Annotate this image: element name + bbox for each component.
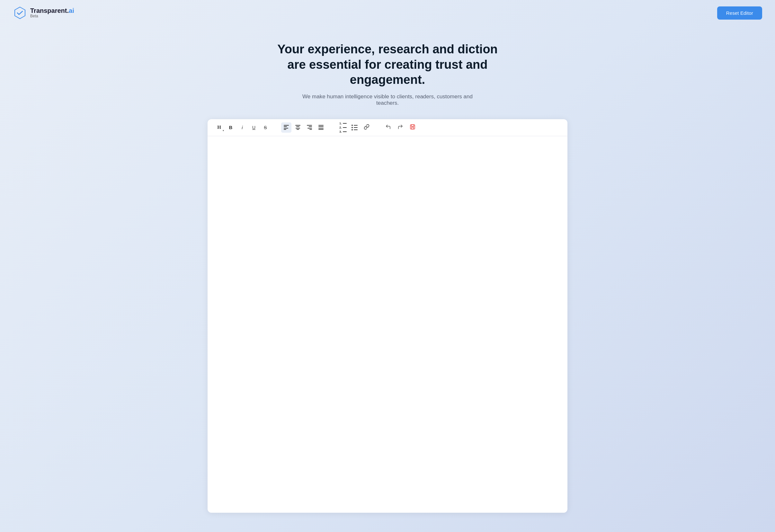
underline-button[interactable]: U [249,122,259,133]
align-center-icon [295,125,300,130]
divider-1 [276,124,276,131]
unordered-list-icon [351,125,357,130]
editor-wrapper: H ▾ B i U S [0,119,775,532]
undo-icon [385,124,391,131]
divider-2 [331,124,331,131]
reset-editor-button[interactable]: Reset Editor [717,6,762,20]
divider-3 [377,124,377,131]
redo-icon [398,124,403,131]
align-left-button[interactable] [281,122,291,133]
align-right-button[interactable] [304,122,314,133]
save-icon [410,124,416,131]
editor-container: H ▾ B i U S [207,119,568,513]
italic-button[interactable]: i [237,122,247,133]
unordered-list-button[interactable] [349,122,360,133]
heading-button[interactable]: H ▾ [214,122,224,133]
hero-title: Your experience, research and diction ar… [267,42,508,88]
logo-name: Transparent.ai [30,7,74,14]
svg-rect-1 [411,125,414,126]
toolbar: H ▾ B i U S [207,119,568,136]
hero-section: Your experience, research and diction ar… [0,26,775,119]
strikethrough-button[interactable]: S [260,122,270,133]
ordered-list-button[interactable]: 1. 2. 3. [337,122,348,133]
justify-button[interactable] [316,122,326,133]
align-justify-icon [318,125,323,130]
logo-text-group: Transparent.ai Beta [30,7,74,18]
link-icon [364,124,369,131]
undo-button[interactable] [383,122,394,133]
header: Transparent.ai Beta Reset Editor [0,0,775,26]
save-button[interactable] [407,122,418,133]
hero-subtitle: We make human intelligence visible to cl… [291,93,484,106]
ordered-list-icon: 1. 2. 3. [339,122,345,133]
align-right-icon [307,125,312,130]
logo-icon [13,6,27,20]
svg-rect-2 [412,127,414,129]
logo-area: Transparent.ai Beta [13,6,74,20]
editor-content[interactable] [207,136,568,513]
redo-button[interactable] [395,122,406,133]
bold-button[interactable]: B [225,122,236,133]
chevron-down-icon: ▾ [223,129,224,132]
align-left-icon [284,125,289,130]
align-center-button[interactable] [293,122,303,133]
beta-label: Beta [30,14,74,18]
link-button[interactable] [361,122,372,133]
